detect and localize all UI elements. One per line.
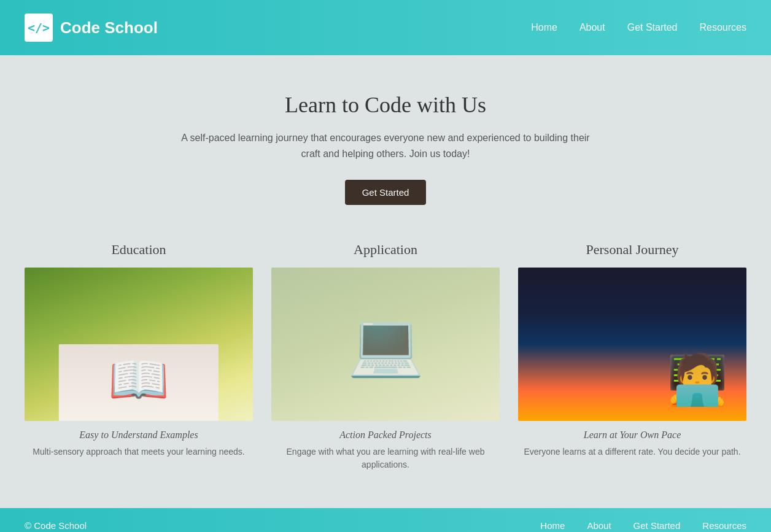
hero-title: Learn to Code with Us: [12, 92, 759, 118]
hero-section: Learn to Code with Us A self-paced learn…: [0, 55, 771, 229]
card-application-desc: Engage with what you are learning with r…: [271, 445, 500, 471]
site-header: </> Code School Home About Get Started R…: [0, 0, 771, 55]
card-application-image: [271, 268, 500, 421]
card-education-image: [25, 268, 253, 421]
card-journey-desc: Everyone learns at a different rate. You…: [518, 445, 746, 458]
card-education-title: Education: [25, 242, 253, 258]
card-application: Application Action Packed Projects Engag…: [271, 242, 500, 471]
card-journey: Personal Journey Learn at Your Own Pace …: [518, 242, 746, 471]
nav-about[interactable]: About: [579, 22, 605, 33]
footer-nav-get-started[interactable]: Get Started: [633, 520, 681, 531]
site-footer: © Code School Home About Get Started Res…: [0, 508, 771, 532]
nav-home[interactable]: Home: [531, 22, 557, 33]
card-journey-subtitle: Learn at Your Own Pace: [518, 430, 746, 441]
logo-text: Code School: [60, 18, 158, 37]
card-education-subtitle: Easy to Understand Examples: [25, 430, 253, 441]
card-application-title: Application: [271, 242, 500, 258]
cards-grid: Education Easy to Understand Examples Mu…: [25, 242, 746, 471]
footer-nav: Home About Get Started Resources: [540, 520, 746, 531]
nav-resources[interactable]: Resources: [700, 22, 746, 33]
cards-section: Education Easy to Understand Examples Mu…: [0, 229, 771, 508]
logo-icon: </>: [25, 13, 53, 42]
card-education-desc: Multi-sensory approach that meets your l…: [25, 445, 253, 458]
footer-nav-home[interactable]: Home: [540, 520, 565, 531]
hero-description: A self-paced learning journey that encou…: [171, 130, 600, 161]
card-education: Education Easy to Understand Examples Mu…: [25, 242, 253, 471]
card-journey-image: [518, 268, 746, 421]
nav-get-started[interactable]: Get Started: [627, 22, 678, 33]
footer-nav-about[interactable]: About: [587, 520, 611, 531]
card-journey-title: Personal Journey: [518, 242, 746, 258]
main-nav: Home About Get Started Resources: [531, 22, 746, 33]
footer-nav-resources[interactable]: Resources: [702, 520, 746, 531]
card-application-subtitle: Action Packed Projects: [271, 430, 500, 441]
hero-cta-button[interactable]: Get Started: [345, 180, 427, 205]
logo-area: </> Code School: [25, 13, 158, 42]
footer-copyright: © Code School: [25, 520, 87, 531]
